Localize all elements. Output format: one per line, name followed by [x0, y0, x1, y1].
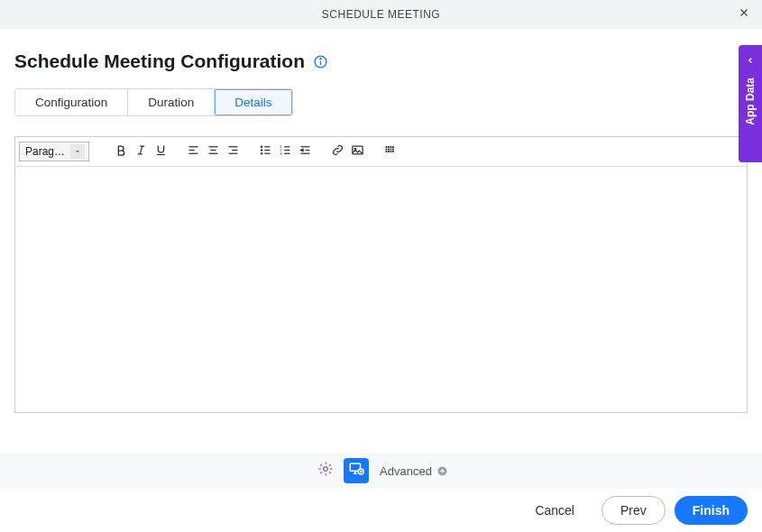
- tab-duration[interactable]: Duration: [128, 89, 215, 115]
- app-data-label: App Data: [744, 78, 757, 125]
- align-center-icon: [207, 143, 220, 161]
- bullet-list-icon: [259, 143, 272, 161]
- editor-toolbar: Paragra...: [15, 137, 747, 167]
- editor-textarea[interactable]: [15, 167, 747, 408]
- table-icon: [383, 143, 397, 161]
- svg-rect-39: [390, 148, 391, 150]
- finish-button[interactable]: Finish: [675, 496, 748, 525]
- svg-rect-37: [385, 148, 387, 150]
- svg-rect-41: [385, 151, 387, 152]
- page-title-row: Schedule Meeting Configuration: [14, 50, 748, 72]
- format-select[interactable]: Paragra...: [19, 142, 89, 161]
- advanced-toggle[interactable]: Advanced: [380, 464, 449, 478]
- numbered-list-icon: 123: [279, 143, 292, 161]
- bold-icon: [115, 143, 128, 161]
- outdent-button[interactable]: [295, 142, 315, 161]
- bullet-list-button[interactable]: [255, 142, 275, 161]
- svg-point-17: [261, 149, 262, 150]
- image-button[interactable]: [347, 142, 367, 161]
- close-icon: [738, 6, 750, 23]
- align-left-icon: [187, 143, 200, 161]
- dialog-content: Schedule Meeting Configuration Configura…: [0, 29, 762, 413]
- info-icon[interactable]: [312, 53, 328, 69]
- align-right-icon: [226, 143, 240, 161]
- format-select-label: Paragra...: [25, 145, 69, 158]
- underline-button[interactable]: [151, 142, 170, 161]
- svg-rect-44: [392, 151, 394, 152]
- footer-actions: Cancel Prev Finish: [0, 489, 762, 532]
- italic-icon: [134, 143, 148, 161]
- prev-button[interactable]: Prev: [601, 496, 666, 525]
- svg-rect-42: [388, 151, 390, 152]
- dialog-title: SCHEDULE MEETING: [322, 8, 440, 21]
- svg-point-45: [324, 467, 328, 472]
- svg-line-5: [140, 146, 142, 154]
- plus-circle-icon: [436, 464, 449, 478]
- table-button[interactable]: [380, 142, 399, 161]
- cancel-button[interactable]: Cancel: [517, 496, 592, 525]
- settings-button[interactable]: [313, 458, 338, 483]
- align-left-button[interactable]: [183, 142, 203, 161]
- numbered-list-button[interactable]: 123: [275, 142, 295, 161]
- link-button[interactable]: [327, 142, 347, 161]
- svg-rect-38: [388, 148, 390, 150]
- caret-down-icon: [70, 144, 85, 159]
- advanced-label: Advanced: [380, 464, 432, 478]
- svg-rect-34: [388, 146, 390, 148]
- bold-button[interactable]: [111, 142, 131, 161]
- align-right-button[interactable]: [223, 142, 243, 161]
- svg-rect-40: [392, 148, 394, 150]
- rich-editor: Paragra...: [14, 136, 748, 413]
- align-center-button[interactable]: [203, 142, 223, 161]
- tab-details[interactable]: Details: [215, 89, 291, 115]
- tabs: Configuration Duration Details: [14, 88, 293, 116]
- image-icon: [351, 143, 364, 161]
- svg-point-16: [261, 146, 262, 147]
- tab-configuration[interactable]: Configuration: [15, 89, 128, 115]
- italic-button[interactable]: [131, 142, 151, 161]
- svg-text:3: 3: [280, 151, 282, 155]
- chevron-left-icon: [746, 52, 755, 69]
- svg-rect-33: [385, 146, 387, 148]
- footer-top-bar: Advanced: [0, 453, 762, 489]
- app-data-panel-toggle[interactable]: App Data: [739, 45, 762, 162]
- svg-rect-35: [390, 146, 391, 148]
- close-button[interactable]: [735, 5, 753, 23]
- svg-rect-43: [390, 151, 391, 152]
- underline-icon: [154, 143, 168, 161]
- outdent-icon: [298, 143, 312, 161]
- gear-icon: [317, 461, 334, 481]
- page-title: Schedule Meeting Configuration: [14, 50, 305, 72]
- display-button[interactable]: [344, 458, 369, 483]
- svg-point-18: [261, 152, 262, 153]
- dialog-footer: Advanced Cancel Prev Finish: [0, 453, 762, 532]
- monitor-plus-icon: [348, 461, 364, 481]
- svg-point-2: [319, 58, 320, 59]
- dialog-header: SCHEDULE MEETING: [0, 0, 762, 29]
- link-icon: [331, 143, 344, 161]
- svg-rect-36: [392, 146, 394, 148]
